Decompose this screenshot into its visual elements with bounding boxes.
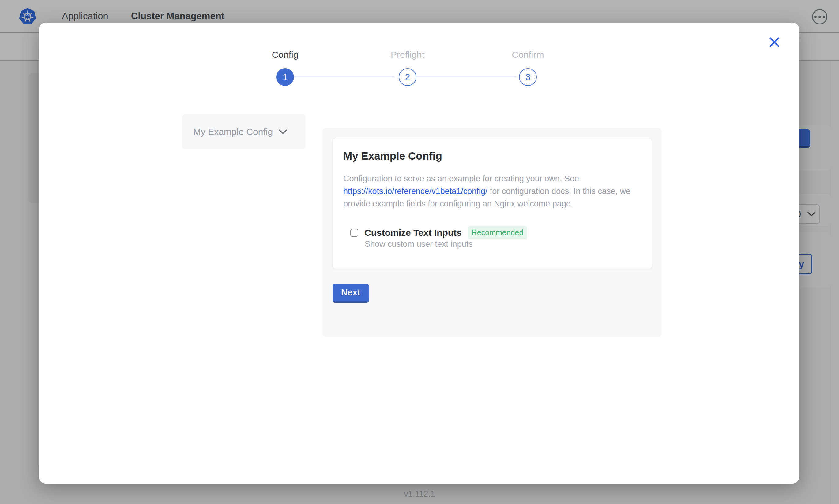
step-circle-preflight: 2	[399, 68, 416, 86]
config-group-card: My Example Config Configuration to serve…	[332, 138, 652, 269]
close-button[interactable]	[768, 35, 781, 49]
config-group-dropdown-label: My Example Config	[193, 127, 273, 137]
customize-text-inputs-label[interactable]: Customize Text Inputs	[364, 228, 462, 238]
description-text: Configuration to serve as an example for…	[343, 174, 579, 183]
config-docs-link[interactable]: https://kots.io/reference/v1beta1/config…	[343, 186, 487, 196]
config-group-dropdown[interactable]: My Example Config	[182, 114, 306, 149]
step-label-config: Config	[245, 50, 325, 60]
chevron-down-icon	[278, 129, 288, 134]
step-label-confirm: Confirm	[488, 50, 568, 60]
config-group-description: Configuration to serve as an example for…	[343, 173, 645, 210]
recommended-badge: Recommended	[468, 226, 527, 239]
step-circle-config: 1	[276, 68, 294, 86]
stepper-connector	[415, 76, 517, 77]
step-circle-confirm: 3	[519, 68, 537, 86]
stepper-connector	[294, 76, 395, 77]
close-icon	[769, 36, 780, 48]
config-group-title: My Example Config	[343, 150, 442, 162]
step-label-preflight: Preflight	[368, 50, 447, 60]
screen: Application Cluster Management 0 y v1.11…	[0, 0, 839, 504]
next-button[interactable]: Next	[332, 284, 369, 303]
option-help-text: Show custom user text inputs	[365, 239, 473, 249]
config-panel: My Example Config Configuration to serve…	[322, 128, 662, 337]
config-option-row: Customize Text Inputs Recommended	[350, 226, 527, 239]
config-wizard-modal: Config Preflight Confirm 1 2 3 My Exampl…	[39, 23, 799, 484]
customize-text-inputs-checkbox[interactable]	[350, 229, 358, 237]
